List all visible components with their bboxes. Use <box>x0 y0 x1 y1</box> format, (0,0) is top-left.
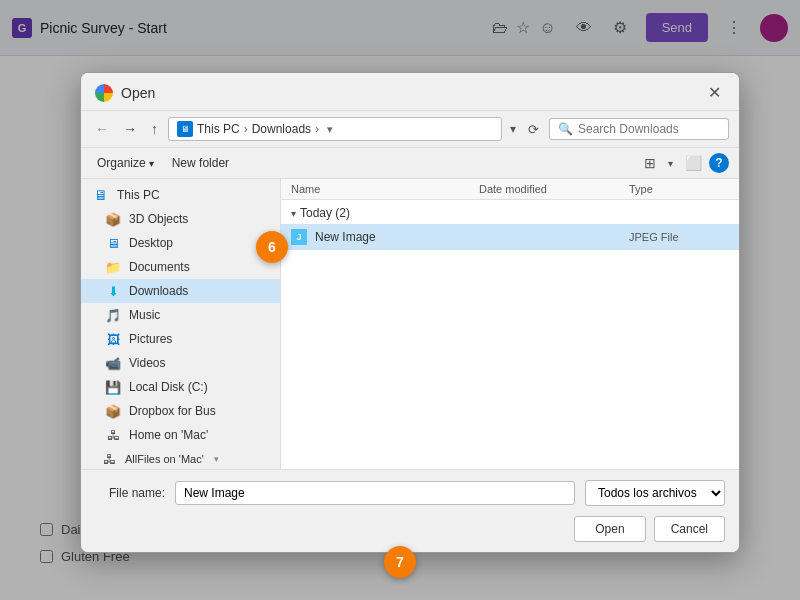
documents-label: Documents <box>129 260 190 274</box>
organize-button[interactable]: Organize ▾ <box>91 153 160 173</box>
filename-row: File name: Todos los archivos <box>95 480 725 506</box>
path-downloads: Downloads <box>252 122 311 136</box>
sidebar-item-local-disk[interactable]: 💾 Local Disk (C:) <box>81 375 280 399</box>
downloads-label: Downloads <box>129 284 188 298</box>
type-column-header[interactable]: Type <box>629 183 729 195</box>
local-disk-label: Local Disk (C:) <box>129 380 208 394</box>
dialog-titlebar: Open ✕ <box>81 73 739 111</box>
desktop-icon: 🖥 <box>105 235 121 251</box>
today-section-label: Today (2) <box>300 206 350 220</box>
pictures-label: Pictures <box>129 332 172 346</box>
address-path[interactable]: 🖥 This PC › Downloads › ▾ <box>168 117 502 141</box>
path-chevron-icon: ▾ <box>327 123 333 136</box>
view-controls: ⊞ ▾ ⬜ ? <box>639 152 729 174</box>
this-pc-icon: 🖥 <box>177 121 193 137</box>
filename-input[interactable] <box>175 481 575 505</box>
disk-icon: 💾 <box>105 379 121 395</box>
dialog-filelist: Name Date modified Type ▾ Today (2) J Ne… <box>281 179 739 469</box>
dialog-body: 6 🖥 This PC 📦 3D Objects 🖥 Desktop 📁 Doc… <box>81 179 739 469</box>
sidebar-item-home-mac[interactable]: 🖧 Home on 'Mac' <box>81 423 280 447</box>
videos-icon: 📹 <box>105 355 121 371</box>
videos-label: Videos <box>129 356 165 370</box>
file-name-label: New Image <box>315 230 376 244</box>
filetype-select[interactable]: Todos los archivos <box>585 480 725 506</box>
dialog-close-button[interactable]: ✕ <box>704 83 725 102</box>
path-separator-1: › <box>244 122 248 136</box>
step-6-bubble: 6 <box>256 231 281 263</box>
home-mac-icon: 🖧 <box>105 427 121 443</box>
organize-label: Organize <box>97 156 146 170</box>
sidebar-item-3d-objects[interactable]: 📦 3D Objects <box>81 207 280 231</box>
path-separator-2: › <box>315 122 319 136</box>
filelist-header: Name Date modified Type <box>281 179 739 200</box>
sidebar-item-desktop[interactable]: 🖥 Desktop <box>81 231 280 255</box>
chrome-logo-icon <box>95 84 113 102</box>
search-icon: 🔍 <box>558 122 573 136</box>
monitor-icon: 🖥 <box>93 187 109 203</box>
music-label: Music <box>129 308 160 322</box>
file-row-new-image[interactable]: J New Image JPEG File <box>281 224 739 250</box>
music-icon: 🎵 <box>105 307 121 323</box>
dialog-sidebar: 6 🖥 This PC 📦 3D Objects 🖥 Desktop 📁 Doc… <box>81 179 281 469</box>
sidebar-item-pictures[interactable]: 🖼 Pictures <box>81 327 280 351</box>
dialog-bottom: File name: Todos los archivos Open Cance… <box>81 469 739 552</box>
desktop-label: Desktop <box>129 236 173 250</box>
organize-chevron-icon: ▾ <box>149 158 154 169</box>
allfiles-chevron-icon: ▾ <box>214 454 219 464</box>
this-pc-label: This PC <box>117 188 160 202</box>
view-tiles-button[interactable]: ⊞ <box>639 152 661 174</box>
dialog-title: Open <box>121 85 696 101</box>
view-dropdown-button[interactable]: ▾ <box>663 155 678 172</box>
date-column-header[interactable]: Date modified <box>479 183 629 195</box>
forward-button[interactable]: → <box>119 119 141 139</box>
path-dropdown-button[interactable]: ▾ <box>508 120 518 138</box>
file-type-icon: J <box>291 229 307 245</box>
home-mac-label: Home on 'Mac' <box>129 428 208 442</box>
dropbox-icon: 📦 <box>105 403 121 419</box>
step-7-bubble: 7 <box>384 546 416 578</box>
dialog-actions: Open Cancel <box>95 516 725 542</box>
documents-icon: 📁 <box>105 259 121 275</box>
section-chevron-icon: ▾ <box>291 208 296 219</box>
dialog-toolbar: Organize ▾ New folder ⊞ ▾ ⬜ ? <box>81 148 739 179</box>
search-box: 🔍 <box>549 118 729 140</box>
pictures-icon: 🖼 <box>105 331 121 347</box>
sidebar-item-allfiles-mac[interactable]: 🖧 AllFiles on 'Mac' ▾ <box>81 447 280 469</box>
path-this-pc: This PC <box>197 122 240 136</box>
open-dialog: Open ✕ ← → ↑ 🖥 This PC › Downloads › ▾ ▾… <box>80 72 740 553</box>
cancel-button[interactable]: Cancel <box>654 516 725 542</box>
new-folder-button[interactable]: New folder <box>166 153 235 173</box>
file-name-cell: J New Image <box>291 229 479 245</box>
sidebar-item-dropbox[interactable]: 📦 Dropbox for Bus <box>81 399 280 423</box>
filename-label: File name: <box>95 486 165 500</box>
today-section-header[interactable]: ▾ Today (2) <box>281 200 739 224</box>
allfiles-mac-icon: 🖧 <box>101 451 117 467</box>
3d-icon: 📦 <box>105 211 121 227</box>
sidebar-item-downloads[interactable]: ⬇ Downloads <box>81 279 280 303</box>
sidebar-item-music[interactable]: 🎵 Music <box>81 303 280 327</box>
help-button[interactable]: ? <box>709 153 729 173</box>
open-button[interactable]: Open <box>574 516 645 542</box>
view-preview-button[interactable]: ⬜ <box>680 152 707 174</box>
dropbox-label: Dropbox for Bus <box>129 404 216 418</box>
name-column-header[interactable]: Name <box>291 183 479 195</box>
sidebar-item-documents[interactable]: 📁 Documents <box>81 255 280 279</box>
file-type-cell: JPEG File <box>629 231 729 243</box>
refresh-button[interactable]: ⟳ <box>524 120 543 139</box>
3d-objects-label: 3D Objects <box>129 212 188 226</box>
sidebar-item-this-pc[interactable]: 🖥 This PC <box>81 183 280 207</box>
sidebar-item-videos[interactable]: 📹 Videos <box>81 351 280 375</box>
allfiles-mac-label: AllFiles on 'Mac' <box>125 453 204 465</box>
back-button[interactable]: ← <box>91 119 113 139</box>
up-button[interactable]: ↑ <box>147 119 162 139</box>
search-input[interactable] <box>578 122 720 136</box>
dialog-address-bar: ← → ↑ 🖥 This PC › Downloads › ▾ ▾ ⟳ 🔍 <box>81 111 739 148</box>
downloads-icon: ⬇ <box>105 283 121 299</box>
